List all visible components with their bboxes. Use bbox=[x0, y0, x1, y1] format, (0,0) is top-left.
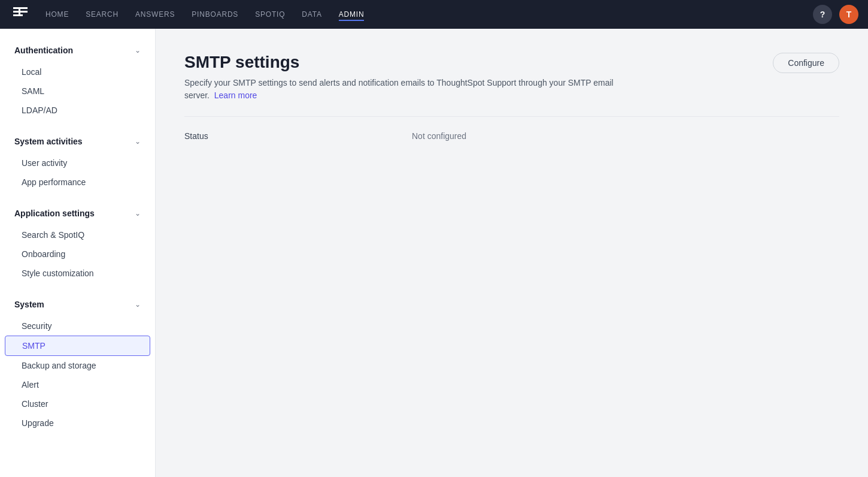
sidebar-item-backup-storage[interactable]: Backup and storage bbox=[0, 356, 155, 375]
sidebar-section-title-authentication: Authentication bbox=[14, 46, 73, 55]
nav-spotiq[interactable]: SPOTIQ bbox=[255, 8, 285, 21]
sidebar-section-application-settings: Application settings ⌄ Search & SpotIQ O… bbox=[0, 201, 155, 288]
chevron-down-icon: ⌄ bbox=[135, 137, 141, 146]
configure-button[interactable]: Configure bbox=[773, 53, 839, 73]
sidebar-items-system-activities: User activity App performance bbox=[0, 153, 155, 197]
sidebar-section-header-application-settings[interactable]: Application settings ⌄ bbox=[0, 201, 155, 225]
nav-search[interactable]: SEARCH bbox=[86, 8, 119, 21]
top-navigation: HOME SEARCH ANSWERS PINBOARDS SPOTIQ DAT… bbox=[0, 0, 868, 29]
sidebar-item-security[interactable]: Security bbox=[0, 316, 155, 336]
sidebar-item-alert[interactable]: Alert bbox=[0, 375, 155, 394]
content-header: SMTP settings Specify your SMTP settings… bbox=[184, 53, 839, 102]
status-label: Status bbox=[184, 131, 412, 141]
nav-links: HOME SEARCH ANSWERS PINBOARDS SPOTIQ DAT… bbox=[45, 8, 813, 21]
status-value: Not configured bbox=[412, 131, 466, 141]
sidebar-item-search-spotiq[interactable]: Search & SpotIQ bbox=[0, 225, 155, 244]
sidebar-item-onboarding[interactable]: Onboarding bbox=[0, 244, 155, 264]
nav-home[interactable]: HOME bbox=[45, 8, 69, 21]
sidebar-section-title-system: System bbox=[14, 300, 44, 309]
sidebar-item-saml[interactable]: SAML bbox=[0, 81, 155, 101]
sidebar-item-user-activity[interactable]: User activity bbox=[0, 153, 155, 173]
sidebar-section-system: System ⌄ Security SMTP Backup and storag… bbox=[0, 292, 155, 437]
sidebar-items-application-settings: Search & SpotIQ Onboarding Style customi… bbox=[0, 225, 155, 288]
sidebar-section-system-activities: System activities ⌄ User activity App pe… bbox=[0, 129, 155, 197]
sidebar-items-authentication: Local SAML LDAP/AD bbox=[0, 62, 155, 125]
svg-rect-3 bbox=[19, 7, 20, 16]
sidebar-section-header-system[interactable]: System ⌄ bbox=[0, 292, 155, 316]
sidebar-item-local[interactable]: Local bbox=[0, 62, 155, 81]
sidebar-section-authentication: Authentication ⌄ Local SAML LDAP/AD bbox=[0, 38, 155, 125]
app-logo[interactable] bbox=[10, 4, 31, 25]
user-avatar[interactable]: T bbox=[839, 5, 858, 24]
sidebar-item-upgrade[interactable]: Upgrade bbox=[0, 413, 155, 433]
sidebar-section-title-application-settings: Application settings bbox=[14, 209, 95, 218]
nav-pinboards[interactable]: PINBOARDS bbox=[192, 8, 238, 21]
sidebar-section-header-system-activities[interactable]: System activities ⌄ bbox=[0, 129, 155, 153]
nav-data[interactable]: DATA bbox=[302, 8, 321, 21]
learn-more-link[interactable]: Learn more bbox=[214, 90, 257, 100]
sidebar-section-header-authentication[interactable]: Authentication ⌄ bbox=[0, 38, 155, 62]
sidebar-section-title-system-activities: System activities bbox=[14, 137, 83, 146]
sidebar: Authentication ⌄ Local SAML LDAP/AD Syst… bbox=[0, 29, 156, 477]
nav-admin[interactable]: ADMIN bbox=[339, 8, 365, 21]
main-layout: Authentication ⌄ Local SAML LDAP/AD Syst… bbox=[0, 29, 868, 477]
sidebar-item-ldapad[interactable]: LDAP/AD bbox=[0, 101, 155, 120]
chevron-down-icon: ⌄ bbox=[135, 209, 141, 218]
chevron-down-icon: ⌄ bbox=[135, 46, 141, 55]
chevron-down-icon: ⌄ bbox=[135, 300, 141, 309]
main-content: SMTP settings Specify your SMTP settings… bbox=[156, 29, 868, 477]
page-description: Specify your SMTP settings to send alert… bbox=[184, 77, 615, 102]
status-row: Status Not configured bbox=[184, 116, 839, 155]
sidebar-items-system: Security SMTP Backup and storage Alert C… bbox=[0, 316, 155, 437]
sidebar-item-cluster[interactable]: Cluster bbox=[0, 394, 155, 413]
svg-rect-2 bbox=[13, 14, 23, 16]
sidebar-item-app-performance[interactable]: App performance bbox=[0, 173, 155, 192]
sidebar-item-smtp[interactable]: SMTP bbox=[5, 336, 150, 356]
nav-answers[interactable]: ANSWERS bbox=[135, 8, 175, 21]
page-title: SMTP settings bbox=[184, 53, 615, 72]
title-description-block: SMTP settings Specify your SMTP settings… bbox=[184, 53, 615, 102]
sidebar-item-style-customization[interactable]: Style customization bbox=[0, 264, 155, 283]
topnav-right-controls: ? T bbox=[813, 5, 858, 24]
help-button[interactable]: ? bbox=[813, 5, 832, 24]
